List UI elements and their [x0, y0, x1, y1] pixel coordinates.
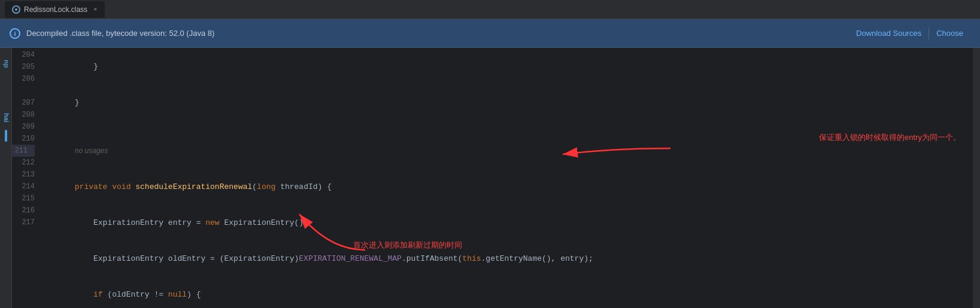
- line-num: 204: [12, 49, 35, 61]
- code-line-205: }: [47, 85, 973, 121]
- info-banner: i Decompiled .class file, bytecode versi…: [0, 19, 980, 48]
- line-num: 215: [12, 193, 35, 205]
- line-num: 206: [12, 73, 35, 85]
- code-line-209: ExpirationEntry oldEntry = (ExpirationEn…: [47, 241, 973, 277]
- line-num: —: [12, 85, 35, 97]
- code-line-210: if (oldEntry != null) {: [47, 277, 973, 308]
- line-numbers: 204 205 206 — 207 208 209 210 211 212 21…: [12, 48, 42, 308]
- line-num: 205: [12, 61, 35, 73]
- line-num: 214: [12, 181, 35, 193]
- line-num: 207: [12, 97, 35, 109]
- line-num: 213: [12, 169, 35, 181]
- class-file-icon: [12, 5, 20, 14]
- code-area: np hai 204 205 206 — 207 208 209 210 211…: [0, 48, 980, 308]
- sidebar-bottom-label: hai: [0, 108, 11, 127]
- tab-redissonlock[interactable]: RedissonLock.class ×: [5, 1, 105, 18]
- download-sources-button[interactable]: Download Sources: [849, 26, 929, 40]
- line-num: 217: [12, 216, 35, 228]
- banner-info-text: Decompiled .class file, bytecode version…: [26, 29, 214, 38]
- annotation-first-entry: 首次进入则添加刷新过期的时间: [353, 239, 462, 251]
- code-line-206: [47, 121, 973, 133]
- line-num: 209: [12, 121, 35, 133]
- code-content[interactable]: } } no usages private void scheduleExpir…: [42, 48, 973, 308]
- line-num: 210: [12, 133, 35, 145]
- info-icon: i: [10, 28, 20, 39]
- line-num: 208: [12, 109, 35, 121]
- line-num: 211: [12, 145, 35, 157]
- tab-title: RedissonLock.class: [24, 5, 87, 14]
- annotation-reentrant-lock: 保证重入锁的时候取得的entry为同一个。: [819, 132, 961, 144]
- line-num: 212: [12, 157, 35, 169]
- scrollbar-track[interactable]: [973, 48, 980, 308]
- tab-bar: RedissonLock.class ×: [0, 0, 980, 19]
- line-num: 216: [12, 205, 35, 216]
- banner-actions: Download Sources Choose: [849, 26, 970, 40]
- choose-button[interactable]: Choose: [929, 26, 970, 40]
- code-line-208: ExpirationEntry entry = new ExpirationEn…: [47, 205, 973, 241]
- tab-close-button[interactable]: ×: [93, 6, 98, 13]
- code-line-207: private void scheduleExpirationRenewal(l…: [47, 169, 973, 205]
- left-panel: np hai: [0, 48, 12, 308]
- code-line-204: }: [47, 49, 973, 85]
- sidebar-top-label: np: [0, 48, 11, 72]
